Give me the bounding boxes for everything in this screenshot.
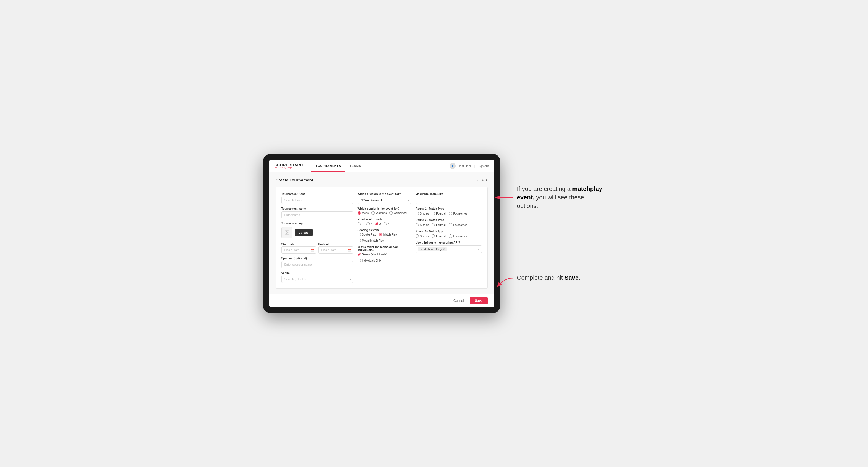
venue-label: Venue bbox=[281, 272, 353, 275]
round1-foursomes-label: Foursomes bbox=[453, 212, 467, 215]
round2-fourball[interactable]: Fourball bbox=[432, 223, 446, 226]
tab-teams[interactable]: TEAMS bbox=[345, 160, 365, 172]
tournament-host-label: Tournament Host bbox=[281, 192, 353, 195]
division-select-wrapper: NCAA Division I bbox=[358, 197, 411, 204]
round-2-radio[interactable] bbox=[366, 222, 370, 225]
round2-foursomes[interactable]: Foursomes bbox=[449, 223, 467, 226]
gender-womens[interactable]: Womens bbox=[371, 211, 386, 215]
round-4-radio[interactable] bbox=[383, 222, 387, 225]
gender-mens[interactable]: Mens bbox=[358, 211, 369, 215]
event-type-label: Is this event for Teams and/or Individua… bbox=[358, 246, 411, 252]
scoring-match-radio[interactable] bbox=[379, 233, 382, 236]
max-team-size-input[interactable] bbox=[415, 197, 432, 204]
round1-radio-group: Singles Fourball Foursomes bbox=[415, 212, 482, 215]
arrow-matchplay bbox=[495, 193, 514, 201]
brand-title: SCOREBOARD bbox=[275, 163, 303, 167]
sign-out-link[interactable]: Sign out bbox=[477, 164, 489, 168]
tablet-screen: SCOREBOARD Powered by clippit TOURNAMENT… bbox=[269, 160, 494, 307]
round3-foursomes-radio[interactable] bbox=[449, 235, 452, 238]
round3-fourball[interactable]: Fourball bbox=[432, 235, 446, 238]
gender-combined-radio[interactable] bbox=[390, 211, 393, 215]
round1-fourball[interactable]: Fourball bbox=[432, 212, 446, 215]
create-tournament-form: Tournament Host Tournament name Tourname… bbox=[276, 187, 488, 289]
max-team-size-label: Maximum Team Size bbox=[415, 192, 482, 195]
gender-womens-radio[interactable] bbox=[371, 211, 375, 215]
tag-remove-icon[interactable]: ✕ bbox=[443, 248, 445, 251]
end-date-wrapper: 📅 bbox=[318, 246, 353, 253]
round-1[interactable]: 1 bbox=[358, 222, 364, 225]
gender-radio-group: Mens Womens Combined bbox=[358, 211, 411, 215]
scoring-stroke-radio[interactable] bbox=[358, 233, 361, 236]
tab-tournaments[interactable]: TOURNAMENTS bbox=[311, 160, 345, 172]
round-4[interactable]: 4 bbox=[383, 222, 390, 225]
gender-womens-label: Womens bbox=[376, 212, 386, 215]
brand-logo: SCOREBOARD Powered by clippit bbox=[275, 163, 303, 169]
scoring-radio-group: Stroke Play Match Play Medal Match Play bbox=[358, 233, 411, 242]
round3-singles-radio[interactable] bbox=[415, 235, 419, 238]
round1-fourball-radio[interactable] bbox=[432, 212, 435, 215]
third-party-label: Use third-party live scoring API? bbox=[415, 241, 482, 244]
round-2[interactable]: 2 bbox=[366, 222, 372, 225]
round-3-label: 3 bbox=[379, 222, 381, 225]
start-date-wrapper: 📅 bbox=[281, 246, 316, 253]
rounds-group: Number of rounds 1 2 bbox=[358, 218, 411, 225]
gender-combined[interactable]: Combined bbox=[390, 211, 406, 215]
round-1-radio[interactable] bbox=[358, 222, 361, 225]
cancel-button[interactable]: Cancel bbox=[450, 297, 467, 304]
event-teams[interactable]: Teams (+Individuals) bbox=[358, 253, 388, 256]
event-teams-radio[interactable] bbox=[358, 253, 361, 256]
round2-foursomes-radio[interactable] bbox=[449, 223, 452, 226]
nav-right: 👤 Test User | Sign out bbox=[450, 163, 489, 169]
scoring-medal[interactable]: Medal Match Play bbox=[358, 239, 384, 242]
sponsor-group: Sponsor (optional) bbox=[281, 257, 353, 268]
venue-input[interactable] bbox=[281, 276, 353, 283]
division-select[interactable]: NCAA Division I bbox=[358, 197, 411, 204]
tablet-device: SCOREBOARD Powered by clippit TOURNAMENT… bbox=[263, 154, 500, 313]
max-team-size-group: Maximum Team Size bbox=[415, 192, 482, 204]
annotation-save-text: Complete and hit Save. bbox=[517, 274, 581, 281]
form-col-left: Tournament Host Tournament name Tourname… bbox=[281, 192, 353, 283]
svg-point-1 bbox=[286, 231, 286, 232]
third-party-select[interactable]: Leaderboard King ✕ ▾ bbox=[415, 245, 482, 253]
scoring-medal-radio[interactable] bbox=[358, 239, 361, 242]
form-col-right: Maximum Team Size Round 1 - Match Type S… bbox=[415, 192, 482, 283]
event-individuals[interactable]: Individuals Only bbox=[358, 259, 382, 262]
round2-singles-radio[interactable] bbox=[415, 223, 419, 226]
scoring-match[interactable]: Match Play bbox=[379, 233, 397, 236]
gender-mens-radio[interactable] bbox=[358, 211, 361, 215]
tournament-host-input[interactable] bbox=[281, 197, 353, 204]
round-3[interactable]: 3 bbox=[375, 222, 381, 225]
venue-select-wrapper bbox=[281, 276, 353, 283]
event-individuals-label: Individuals Only bbox=[362, 259, 382, 262]
round-3-radio[interactable] bbox=[375, 222, 378, 225]
tournament-name-input[interactable] bbox=[281, 211, 353, 218]
round3-fourball-radio[interactable] bbox=[432, 235, 435, 238]
round1-singles-radio[interactable] bbox=[415, 212, 419, 215]
round3-foursomes[interactable]: Foursomes bbox=[449, 235, 467, 238]
third-party-value: Leaderboard King bbox=[420, 248, 442, 251]
rounds-label: Number of rounds bbox=[358, 218, 411, 221]
scoring-label: Scoring system bbox=[358, 229, 411, 232]
scoring-stroke[interactable]: Stroke Play bbox=[358, 233, 376, 236]
round1-singles[interactable]: Singles bbox=[415, 212, 429, 215]
round1-foursomes[interactable]: Foursomes bbox=[449, 212, 467, 215]
upload-button[interactable]: Upload bbox=[295, 229, 313, 236]
venue-group: Venue bbox=[281, 272, 353, 283]
brand-sub: Powered by clippit bbox=[275, 167, 303, 169]
main-content: Create Tournament ← Back Tournament Host… bbox=[269, 172, 494, 294]
event-individuals-radio[interactable] bbox=[358, 259, 361, 262]
gender-group: Which gender is the event for? Mens Wome… bbox=[358, 207, 411, 215]
save-button[interactable]: Save bbox=[470, 297, 488, 304]
round1-foursomes-radio[interactable] bbox=[449, 212, 452, 215]
back-button[interactable]: ← Back bbox=[477, 178, 488, 182]
gender-combined-label: Combined bbox=[394, 212, 406, 215]
round2-singles[interactable]: Singles bbox=[415, 223, 429, 226]
page-title: Create Tournament bbox=[276, 178, 313, 182]
sponsor-input[interactable] bbox=[281, 261, 353, 268]
round-2-label: 2 bbox=[371, 222, 372, 225]
round2-fourball-radio[interactable] bbox=[432, 223, 435, 226]
round3-singles[interactable]: Singles bbox=[415, 235, 429, 238]
scoring-stroke-label: Stroke Play bbox=[362, 233, 376, 236]
round2-singles-label: Singles bbox=[420, 223, 429, 226]
scoring-group: Scoring system Stroke Play Match Play bbox=[358, 229, 411, 242]
